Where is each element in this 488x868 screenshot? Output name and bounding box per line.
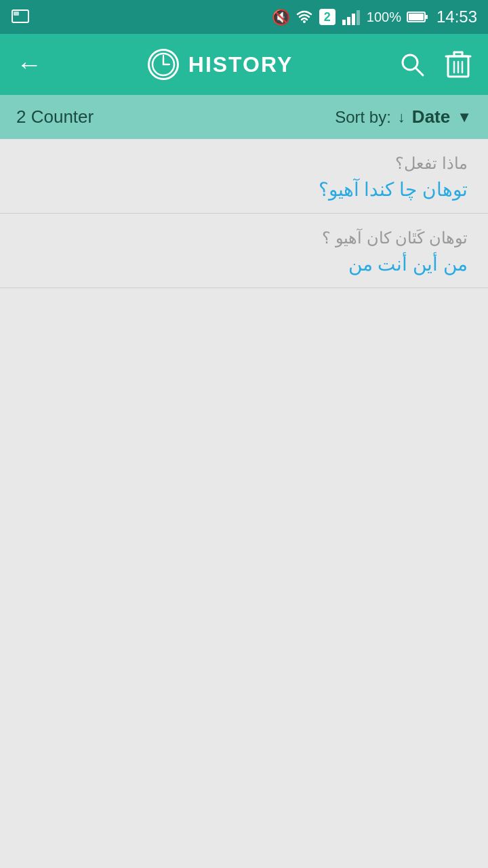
toolbar: ← HISTORY bbox=[0, 34, 488, 95]
sort-value: Date bbox=[412, 106, 450, 127]
history-item[interactable]: توهان كَٿان كان آهيو ؟ من أين أنت من bbox=[0, 214, 488, 288]
svg-rect-10 bbox=[426, 15, 428, 19]
history-item-answer: توهان چا كندا آهيو؟ bbox=[20, 178, 468, 201]
status-time: 14:53 bbox=[436, 7, 477, 26]
svg-rect-1 bbox=[14, 12, 19, 16]
svg-point-11 bbox=[152, 54, 174, 75]
sort-bar: 2 Counter Sort by: ↓ Date ▼ bbox=[0, 95, 488, 139]
status-left-icons bbox=[11, 7, 30, 26]
search-icon[interactable] bbox=[399, 51, 426, 78]
mute-icon: 🔇 bbox=[270, 7, 289, 26]
battery-icon bbox=[407, 10, 428, 24]
toolbar-action-icons bbox=[399, 50, 472, 79]
svg-line-15 bbox=[415, 68, 423, 75]
toolbar-title-group: HISTORY bbox=[148, 49, 293, 80]
history-item[interactable]: ماذا تفعل؟ توهان چا كندا آهيو؟ bbox=[0, 139, 488, 214]
history-item-question: توهان كَٿان كان آهيو ؟ bbox=[20, 229, 468, 248]
sort-controls[interactable]: Sort by: ↓ Date ▼ bbox=[335, 106, 472, 127]
svg-rect-4 bbox=[342, 20, 346, 25]
status-right-icons: 🔇 2 100% 14:53 bbox=[270, 7, 477, 26]
wifi-icon bbox=[295, 7, 314, 26]
signal-icon bbox=[341, 7, 361, 26]
trash-icon[interactable] bbox=[445, 50, 472, 79]
toolbar-title-text: HISTORY bbox=[188, 52, 293, 77]
svg-rect-5 bbox=[347, 17, 350, 25]
svg-text:🔇: 🔇 bbox=[272, 8, 289, 26]
sort-direction-icon[interactable]: ↓ bbox=[398, 108, 405, 126]
counter-label: 2 Counter bbox=[16, 106, 94, 127]
svg-point-3 bbox=[303, 20, 306, 23]
notification-badge: 2 bbox=[319, 9, 336, 25]
svg-rect-9 bbox=[409, 14, 424, 20]
history-item-answer: من أين أنت من bbox=[20, 253, 468, 275]
history-list: ماذا تفعل؟ توهان چا كندا آهيو؟ توهان كَٿ… bbox=[0, 139, 488, 288]
dropdown-arrow-icon[interactable]: ▼ bbox=[457, 108, 472, 126]
back-button[interactable]: ← bbox=[16, 50, 42, 79]
svg-rect-7 bbox=[357, 10, 360, 25]
photo-icon bbox=[11, 7, 30, 26]
history-item-question: ماذا تفعل؟ bbox=[20, 154, 468, 173]
sort-by-label: Sort by: bbox=[335, 108, 391, 127]
battery-text: 100% bbox=[367, 9, 401, 25]
status-bar: 🔇 2 100% 14:53 bbox=[0, 0, 488, 34]
clock-icon bbox=[148, 49, 179, 80]
svg-rect-6 bbox=[352, 14, 355, 25]
